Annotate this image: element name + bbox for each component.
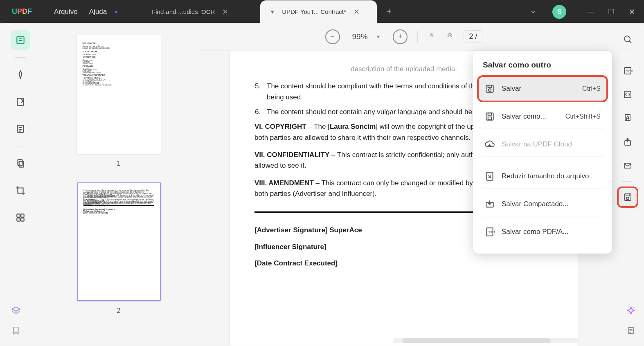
svg-rect-31 bbox=[488, 113, 492, 115]
divider bbox=[417, 31, 418, 43]
tab-document-2[interactable]: ▾ UPDF YouT... Contract* ✕ bbox=[260, 0, 377, 23]
chevron-down-icon[interactable] bbox=[526, 5, 540, 19]
zoom-in-button[interactable]: + bbox=[393, 29, 408, 44]
main-area: INFLUENCER Name: — Laura Soncim Email: c… bbox=[0, 23, 644, 346]
main-menu: Arquivo Ajuda bbox=[44, 8, 107, 16]
svg-text:OCR: OCR bbox=[626, 70, 633, 73]
svg-rect-25 bbox=[626, 194, 629, 196]
save-as-popup: Salvar como outro Salvar Ctrl+S Salvar c… bbox=[473, 51, 612, 254]
tab-document-1[interactable]: Find-and-...udies_OCR ✕ bbox=[144, 0, 260, 23]
keyboard-shortcut: Ctrl+Shift+S bbox=[565, 113, 601, 120]
minimize-icon[interactable]: — bbox=[587, 7, 595, 16]
save-as-button[interactable] bbox=[619, 188, 637, 206]
prev-page-button[interactable] bbox=[446, 32, 454, 42]
svg-rect-30 bbox=[486, 113, 493, 120]
scrollbar-thumb[interactable] bbox=[402, 338, 551, 343]
horizontal-scrollbar[interactable] bbox=[393, 338, 579, 343]
close-icon[interactable]: ✕ bbox=[628, 7, 636, 16]
protect-button[interactable] bbox=[619, 109, 637, 127]
svg-text:PDF/A: PDF/A bbox=[488, 231, 495, 234]
popup-item-reduce-size[interactable]: Reduzir tamanho do arquivo.. bbox=[479, 164, 606, 188]
popup-item-label: Salvar na UPDF Cloud bbox=[502, 140, 601, 148]
email-button[interactable] bbox=[619, 157, 637, 175]
page-indicator[interactable]: 2 / bbox=[464, 30, 482, 43]
section-heading: VIII. AMENDMENT bbox=[254, 179, 314, 187]
right-toolbar: OCR bbox=[611, 23, 644, 346]
svg-rect-32 bbox=[488, 117, 492, 120]
svg-line-16 bbox=[629, 41, 631, 43]
zoom-out-button[interactable]: − bbox=[325, 29, 340, 44]
tab-bar: Find-and-...udies_OCR ✕ ▾ UPDF YouT... C… bbox=[144, 0, 397, 23]
separator bbox=[622, 181, 633, 182]
popup-item-save-pdfa[interactable]: PDF/A Salvar como PDF/A... bbox=[479, 220, 606, 244]
search-button[interactable] bbox=[619, 30, 637, 48]
highlight-button[interactable] bbox=[11, 65, 30, 85]
chevron-down-icon[interactable]: ▾ bbox=[268, 8, 277, 16]
popup-item-label: Salvar como PDF/A... bbox=[502, 228, 601, 236]
popup-item-label: Reduzir tamanho do arquivo.. bbox=[502, 172, 601, 180]
popup-item-save-as[interactable]: Salvar como... Ctrl+Shift+S bbox=[479, 105, 606, 128]
user-avatar[interactable]: S bbox=[552, 5, 566, 19]
popup-item-save[interactable]: Salvar Ctrl+S bbox=[479, 77, 606, 101]
tab-label: UPDF YouT... Contract* bbox=[282, 8, 346, 15]
popup-item-label: Salvar Compactado... bbox=[502, 200, 601, 208]
edit-text-button[interactable] bbox=[11, 119, 30, 139]
titlebar-right: S — ☐ ✕ bbox=[526, 5, 644, 19]
close-icon[interactable]: ✕ bbox=[222, 7, 228, 16]
svg-rect-9 bbox=[19, 162, 24, 167]
maximize-icon[interactable]: ☐ bbox=[607, 7, 615, 16]
thumbnail-label-2: 2 bbox=[57, 307, 180, 315]
svg-marker-37 bbox=[12, 307, 20, 311]
popup-item-save-cloud[interactable]: Salvar na UPDF Cloud bbox=[479, 133, 606, 156]
popup-item-save-compact[interactable]: Salvar Compactado... bbox=[479, 192, 606, 216]
ocr-button[interactable]: OCR bbox=[619, 62, 637, 80]
menu-arquivo[interactable]: Arquivo bbox=[54, 8, 78, 16]
crop-button[interactable] bbox=[11, 181, 30, 200]
add-tab-button[interactable]: + bbox=[381, 4, 397, 20]
bookmark-button[interactable] bbox=[11, 325, 20, 337]
svg-rect-10 bbox=[17, 214, 20, 217]
svg-point-29 bbox=[489, 89, 491, 92]
thumbnail-page-1[interactable]: INFLUENCER Name: — Laura Soncim Email: c… bbox=[77, 35, 161, 154]
section-heading: VI. COPYRIGHT bbox=[254, 123, 306, 130]
popup-item-label: Salvar como... bbox=[502, 112, 565, 121]
thumbnail-page-2[interactable]: 3. An approval from the advertiser is to… bbox=[77, 182, 161, 301]
popup-title: Salvar como outro bbox=[479, 56, 606, 77]
tools-button[interactable] bbox=[11, 208, 30, 227]
section-heading: VII. CONFIDENTIALITY bbox=[254, 151, 329, 159]
menu-ajuda[interactable]: Ajuda bbox=[89, 8, 107, 16]
svg-point-26 bbox=[626, 197, 629, 200]
separator bbox=[622, 55, 633, 55]
left-bottom-tools bbox=[11, 306, 21, 337]
svg-point-15 bbox=[624, 36, 630, 42]
chevron-down-icon: ▼ bbox=[376, 34, 381, 40]
thumbnail-label-1: 1 bbox=[57, 160, 180, 168]
svg-rect-12 bbox=[17, 218, 20, 221]
separator bbox=[15, 57, 26, 58]
popup-item-label: Salvar bbox=[502, 85, 582, 93]
svg-rect-28 bbox=[488, 85, 492, 87]
share-button[interactable] bbox=[619, 133, 637, 151]
organize-pages-button[interactable] bbox=[11, 154, 30, 173]
date-executed: [Date Contract Executed] bbox=[254, 258, 553, 269]
svg-rect-13 bbox=[21, 218, 24, 221]
svg-rect-11 bbox=[21, 214, 24, 217]
window-controls: — ☐ ✕ bbox=[587, 7, 636, 16]
zoom-display[interactable]: 99% ▼ bbox=[352, 32, 381, 41]
first-page-button[interactable] bbox=[428, 32, 436, 42]
indicator-dot bbox=[115, 11, 117, 13]
tab-label: Find-and-...udies_OCR bbox=[152, 8, 215, 15]
close-icon[interactable]: ✕ bbox=[354, 7, 360, 16]
read-mode-button[interactable] bbox=[11, 30, 30, 50]
convert-button[interactable] bbox=[619, 85, 637, 103]
left-toolbar bbox=[0, 23, 41, 346]
svg-rect-21 bbox=[626, 118, 629, 120]
layers-button[interactable] bbox=[11, 306, 21, 318]
document-toolbar: − 99% ▼ + 2 / bbox=[196, 23, 611, 51]
svg-rect-8 bbox=[18, 160, 23, 165]
zoom-value: 99% bbox=[352, 32, 368, 41]
thumbnail-panel: INFLUENCER Name: — Laura Soncim Email: c… bbox=[41, 23, 196, 346]
svg-rect-20 bbox=[625, 115, 630, 121]
titlebar: UPDF Arquivo Ajuda Find-and-...udies_OCR… bbox=[0, 0, 644, 23]
annotate-button[interactable] bbox=[11, 92, 30, 112]
